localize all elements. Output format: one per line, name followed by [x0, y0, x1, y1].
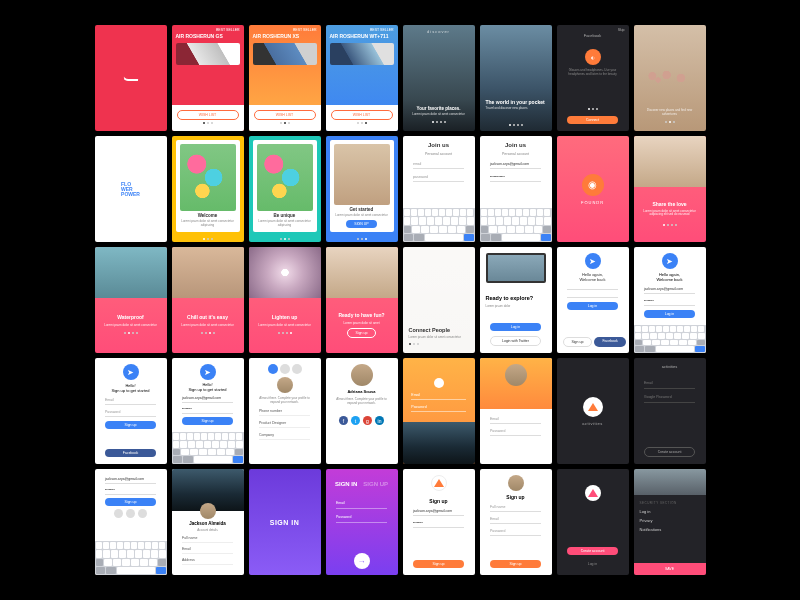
- password-field[interactable]: ••••••••: [644, 297, 695, 306]
- hero-image: [172, 247, 244, 298]
- address-field[interactable]: Address: [182, 556, 233, 565]
- email-field[interactable]: jackson.arya@gmail.com: [413, 507, 464, 516]
- password-field[interactable]: ••••••••: [105, 486, 156, 495]
- screen-joinus-2: Join us Personal account jackson.arya@gm…: [480, 136, 552, 242]
- password-field[interactable]: ••••••••: [413, 519, 464, 528]
- skip-link[interactable]: Skip: [618, 28, 625, 32]
- settings-item[interactable]: Privacy: [640, 518, 653, 523]
- signup-button[interactable]: Sign up: [347, 328, 377, 338]
- avatar[interactable]: [508, 475, 524, 491]
- hero-heading: Share the love: [652, 201, 686, 207]
- screen-connect-people: Connect People Lorem ipsum dolor sit ame…: [403, 247, 475, 353]
- password-field[interactable]: Password: [411, 403, 465, 412]
- password-field[interactable]: Password: [105, 408, 156, 417]
- email-field[interactable]: jackson.arya@gmail.com: [182, 394, 233, 403]
- signup-button[interactable]: SIGN UP: [346, 220, 376, 228]
- map-sub: Discover new places and find new adventu…: [640, 109, 700, 117]
- password-field[interactable]: password: [413, 173, 464, 182]
- form-title: Join us: [505, 142, 526, 148]
- fullname-field[interactable]: Full name: [490, 503, 541, 512]
- email-field[interactable]: Email: [182, 545, 233, 554]
- keyboard[interactable]: [403, 208, 475, 242]
- role-field[interactable]: Product Designer: [259, 419, 310, 428]
- login-button[interactable]: Log in: [567, 302, 618, 310]
- twitter-icon[interactable]: t: [351, 416, 360, 425]
- facebook-icon[interactable]: f: [339, 416, 348, 425]
- settings-item[interactable]: Notifications: [640, 527, 662, 532]
- signup-button[interactable]: Sign up: [182, 417, 233, 425]
- wishlist-button[interactable]: WISH LIST: [331, 110, 393, 120]
- keyboard[interactable]: [634, 325, 706, 353]
- password-field[interactable]: Password: [336, 512, 387, 523]
- keyboard[interactable]: [480, 208, 552, 242]
- profile-hint: Almost there. Complete your profile to e…: [332, 397, 392, 405]
- email-field[interactable]: Email: [490, 515, 541, 524]
- hero-heading: The world in your pocket: [486, 99, 545, 105]
- signup-button[interactable]: Sign up: [105, 498, 156, 506]
- heading: Ready to explore?: [486, 295, 534, 301]
- keyboard[interactable]: [95, 541, 167, 575]
- login-button[interactable]: Log in: [490, 323, 541, 331]
- avatar: [277, 377, 293, 393]
- keyboard[interactable]: [172, 432, 244, 464]
- screen-signup-2: ➤ Hello! Sign up to get started jackson.…: [172, 358, 244, 464]
- signup-button[interactable]: Sign up: [105, 421, 156, 429]
- signup-tab[interactable]: SIGN UP: [363, 481, 388, 487]
- screen-facebook-connect: Skip Facebook ◐ Glasses and headphones. …: [557, 25, 629, 131]
- signin-tab[interactable]: SIGN IN: [335, 481, 357, 487]
- password-field[interactable]: Password: [490, 427, 541, 436]
- password-field[interactable]: ••••••••••••: [490, 173, 541, 182]
- email-field[interactable]: [567, 285, 618, 290]
- password-field[interactable]: [567, 293, 618, 298]
- password-field[interactable]: Google Password: [644, 392, 695, 403]
- screen-joinus-1: Join us Personal account email password: [403, 136, 475, 242]
- hero-image: [634, 469, 706, 495]
- shoe-image: [253, 43, 317, 65]
- screen-ready-explore: Ready to explore? Lorem ipsum dolor Log …: [480, 247, 552, 353]
- wishlist-button[interactable]: WISH LIST: [177, 110, 239, 120]
- glasses-icon: ◐: [585, 49, 601, 65]
- signup-button[interactable]: Sign up: [490, 560, 541, 568]
- password-field[interactable]: ••••••••: [182, 405, 233, 414]
- form-title: Join us: [428, 142, 449, 148]
- brand-label: activities: [582, 421, 602, 426]
- facebook-button[interactable]: Facebook: [105, 449, 156, 457]
- twitter-login-button[interactable]: Login with Twitter: [490, 336, 541, 346]
- email-field[interactable]: Email: [411, 391, 465, 400]
- wishlist-button[interactable]: WISH LIST: [254, 110, 316, 120]
- create-account-button[interactable]: Create account: [567, 547, 618, 555]
- fullname-field[interactable]: Full name: [182, 534, 233, 543]
- connect-button[interactable]: Connect: [567, 116, 618, 124]
- product-tag: BEST SELLER: [370, 28, 393, 32]
- email-field[interactable]: Email: [490, 415, 541, 424]
- company-field[interactable]: Company: [259, 431, 310, 440]
- login-button[interactable]: Log in: [644, 310, 695, 318]
- screen-nike-product-3: BEST SELLER AIR ROSHERUN WT+711 WISH LIS…: [326, 25, 398, 131]
- email-field[interactable]: Email: [336, 498, 387, 509]
- create-account-button[interactable]: Create account: [644, 447, 695, 457]
- save-button[interactable]: SAVE: [634, 563, 706, 575]
- hero-image: [172, 469, 244, 511]
- app-icon: [585, 485, 601, 501]
- google-icon[interactable]: g: [363, 416, 372, 425]
- signup-button[interactable]: Sign up: [413, 560, 464, 568]
- screen-signup-keyboard: jackson.arya@gmail.com •••••••• Sign up: [95, 469, 167, 575]
- linkedin-icon[interactable]: in: [375, 416, 384, 425]
- email-field[interactable]: jackson.arya@gmail.com: [644, 285, 695, 294]
- password-field[interactable]: Password: [490, 527, 541, 536]
- email-field[interactable]: jackson.arya@gmail.com: [105, 475, 156, 484]
- email-field[interactable]: Email: [644, 378, 695, 389]
- submit-button[interactable]: →: [354, 553, 370, 569]
- email-field[interactable]: Email: [105, 396, 156, 405]
- email-field[interactable]: email: [413, 160, 464, 169]
- card-image: [257, 144, 313, 211]
- email-field[interactable]: jackson.arya@gmail.com: [490, 160, 541, 169]
- screen-discover: discover Your favorite places. Lorem ips…: [403, 25, 475, 131]
- nike-swoosh-icon: [121, 75, 139, 81]
- facebook-button[interactable]: Facebook: [594, 337, 625, 347]
- signup-button[interactable]: Sign up: [563, 337, 593, 347]
- login-link[interactable]: Log in: [567, 560, 618, 568]
- phone-field[interactable]: Phone number: [259, 407, 310, 416]
- hero-image: [326, 247, 398, 298]
- settings-item[interactable]: Log in: [640, 509, 651, 514]
